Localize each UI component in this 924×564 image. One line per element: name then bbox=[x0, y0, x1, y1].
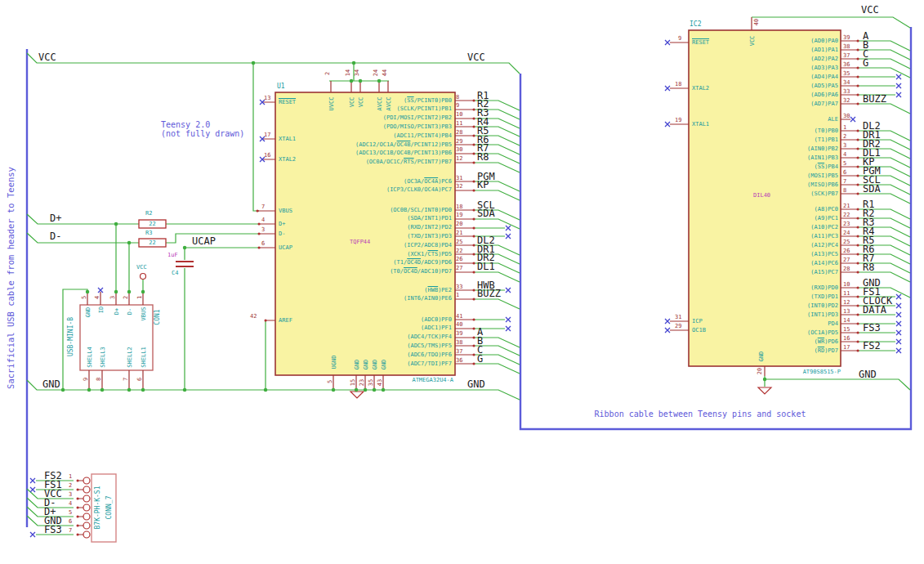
net-label: FS2 bbox=[863, 342, 881, 351]
pin-name: (OC1A)PD5 bbox=[807, 329, 838, 338]
usb-pin-vbus: VBUS bbox=[141, 307, 147, 321]
pin-number: 1 bbox=[69, 472, 72, 481]
pin-number: 41 bbox=[456, 311, 462, 320]
pin-number: 18 bbox=[456, 202, 462, 211]
pin-number: 32 bbox=[456, 182, 462, 191]
pin-number: 27 bbox=[843, 255, 850, 264]
pin-row: (MISO)PB6 7 SCL bbox=[689, 181, 924, 190]
pin-number: 31 bbox=[456, 173, 462, 182]
pin-name: (AD6)PA6 bbox=[810, 91, 838, 100]
ic2-portb-rows: (T0)PB0 1 DL2 (T1)PB1 2 DR1 (AIN0)PB2 3 … bbox=[689, 127, 924, 199]
u1-pin-num-4: 4 bbox=[261, 217, 265, 223]
pin-name: (AIN1)PB3 bbox=[807, 154, 838, 163]
pin-name: (OC0B/SCL/INT0)PD0 bbox=[390, 206, 452, 215]
pin-row: (AD2)PA2 37 C bbox=[689, 55, 924, 64]
net-label-gnd-left: GND bbox=[42, 379, 60, 389]
capacitor-c4 bbox=[176, 262, 194, 266]
pin-number: 23 bbox=[843, 219, 850, 228]
pin-number: 6 bbox=[843, 168, 846, 177]
pin-number: 6 bbox=[69, 517, 72, 526]
pin-name: (PDI/MOSI/PCINT2)PB2 bbox=[383, 114, 452, 123]
pin-row: (PDO/MISO/PCINT3)PB3 11 R4 bbox=[275, 123, 529, 132]
pin-row: (OC1A)PD5 15 FS3 bbox=[689, 329, 924, 338]
pin-number: 1 bbox=[456, 291, 459, 300]
u1-pin-num-2: 2 bbox=[324, 72, 331, 75]
pin-name: ALE bbox=[828, 115, 838, 124]
u1-pin-num-13: 13 bbox=[264, 95, 270, 101]
usb-pin-num-9: 9 bbox=[83, 378, 89, 381]
r2-value: 22 bbox=[139, 221, 166, 227]
vcc-symbol-label: VCC bbox=[136, 264, 147, 271]
connector-row: FS3 7 bbox=[0, 530, 123, 539]
pin-row: (AD3)PA3 36 G bbox=[689, 64, 924, 73]
pin-row: (A14)PC6 27 R7 bbox=[689, 259, 924, 268]
u1-pin-num-34: 34 bbox=[354, 69, 360, 76]
usb-pin-dplus: D+ bbox=[114, 308, 120, 315]
pin-number: 12 bbox=[456, 154, 462, 163]
pin-number: 5 bbox=[843, 159, 846, 168]
pin-number: 7 bbox=[843, 177, 846, 186]
pin-number: 7 bbox=[69, 526, 72, 535]
u1-ref: U1 bbox=[277, 83, 285, 90]
ic2-ref: IC2 bbox=[690, 20, 701, 28]
pin-row: PD4 14 bbox=[689, 320, 924, 329]
net-label-dminus: D- bbox=[50, 231, 61, 241]
usb-cable-note: Sacrificial USB cable from header to Tee… bbox=[7, 167, 16, 389]
usb-pin-shell3: SHELL3 bbox=[100, 347, 106, 367]
pin-name: (ADC6/TDO)PF6 bbox=[407, 351, 452, 360]
pin-number: 26 bbox=[843, 246, 850, 255]
usb-pin-num-2: 2 bbox=[123, 296, 129, 299]
ic2-portd-rows: (RXD)PD0 10 GND (TXD)PD1 11 FS1 (INT0)PD… bbox=[689, 284, 924, 356]
pin-number: 34 bbox=[843, 78, 850, 87]
pin-number: 17 bbox=[843, 342, 850, 351]
pin-number: 40 bbox=[456, 320, 462, 329]
pin-row: (SDA/INT1)PD1 19 SDA bbox=[275, 214, 529, 223]
pin-name: (MOSI)PB5 bbox=[807, 172, 838, 181]
pin-row: (A12)PC4 25 R5 bbox=[689, 241, 924, 250]
ic2-porta-rows: (AD0)PA0 39 A (AD1)PA1 38 B (AD2)PA2 37 … bbox=[689, 37, 924, 109]
pin-number: 3 bbox=[69, 490, 72, 499]
pin-name: (RD)PD7 bbox=[814, 347, 838, 356]
usb-value: USB-MINI-B bbox=[67, 317, 74, 356]
pin-row: (MOSI)PB5 6 PGM bbox=[689, 172, 924, 181]
net-label-gnd-right: GND bbox=[467, 379, 485, 389]
net-label: KP bbox=[477, 181, 489, 190]
r3-ref: R3 bbox=[145, 230, 152, 236]
pin-number: 38 bbox=[456, 338, 462, 347]
pin-name: (ADC5/TMS)PF5 bbox=[407, 342, 452, 351]
vcc-symbol bbox=[141, 274, 146, 280]
pin-number: 11 bbox=[843, 289, 850, 298]
pin-name: (AD5)PA5 bbox=[810, 82, 838, 91]
pin-row: (AD6)PA6 33 bbox=[689, 91, 924, 100]
connector-row: D- 4 bbox=[0, 504, 123, 513]
pin-row: (INT1)PD3 13 DATA bbox=[689, 311, 924, 320]
ic2-pin-num-31: 31 bbox=[675, 314, 681, 320]
pin-number: 28 bbox=[456, 128, 462, 137]
pin-row: (AD7)PA7 32 BUZZ bbox=[689, 100, 924, 109]
pin-name: (T1/OC4D/ADC9)PD6 bbox=[393, 258, 452, 267]
pin-number: 28 bbox=[843, 264, 850, 273]
pin-number: 10 bbox=[843, 280, 850, 289]
pin-number: 5 bbox=[69, 508, 72, 517]
u1-portf-rows: (ADC0)PF0 41 (ADC1)PF1 40 (ADC4/TCK)PF4 … bbox=[275, 316, 529, 369]
net-label-dplus: D+ bbox=[50, 213, 61, 223]
pin-name: (A13)PC5 bbox=[810, 250, 838, 259]
pin-name: (T0)PB0 bbox=[814, 127, 838, 136]
net-label: DL1 bbox=[477, 262, 495, 271]
pin-number: 30 bbox=[456, 145, 462, 154]
c4-value: 1uF bbox=[167, 252, 178, 258]
pin-name: (RXD/INT2)PD2 bbox=[407, 223, 452, 232]
net-label: R8 bbox=[477, 153, 489, 162]
usb-pin-num-4: 4 bbox=[94, 296, 100, 299]
pin-row: (ADC13/OC1B/OC4B/PCINT13)PB6 30 R7 bbox=[275, 149, 529, 158]
pin-row: (INT6/AIN0)PE6 1 BUZZ bbox=[275, 294, 529, 303]
pin-number: 22 bbox=[843, 210, 850, 219]
pin-row: (T0/OC4D/ADC10)PD7 27 DL1 bbox=[275, 267, 529, 276]
pin-row: (SCLK/PCINT1)PB1 9 R2 bbox=[275, 105, 529, 114]
pin-number: 14 bbox=[843, 316, 850, 325]
pin-row: (ADC1)PF1 40 bbox=[275, 324, 529, 333]
pin-name: (SCLK/PCINT1)PB1 bbox=[397, 105, 452, 114]
ic2-pin-num-19: 19 bbox=[675, 117, 681, 123]
net-label-ucap: UCAP bbox=[192, 236, 216, 246]
u1-pin-num-3: 3 bbox=[261, 226, 265, 233]
